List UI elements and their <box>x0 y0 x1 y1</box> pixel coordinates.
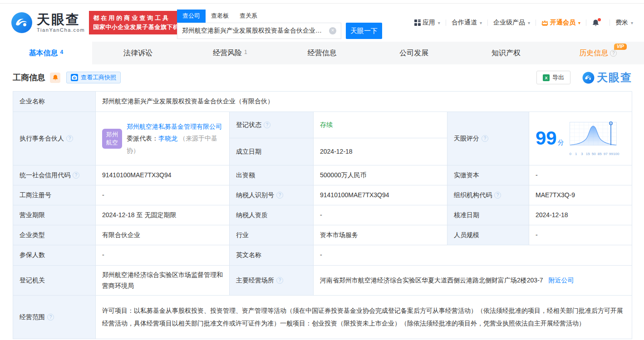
clear-search-icon[interactable]: × <box>329 27 336 34</box>
help-icon[interactable]: ? <box>276 192 283 199</box>
score-distribution-chart: 0 1 3 15 50 85 97 99 100 <box>570 121 617 156</box>
taxpayer-quality-label: 纳税人资质 <box>230 205 314 225</box>
insured-value: - <box>96 245 230 266</box>
top-nav: 应用▾ 合作通道▾ 企业级产品▾ 开通会员▾ 费米▾ <box>414 19 633 27</box>
company-type-value: 有限合伙企业 <box>96 225 230 245</box>
business-scope-value: 许可项目：以私募基金从事股权投资、投资管理、资产管理等活动（须在中国证券投资基金… <box>96 296 632 339</box>
help-icon[interactable]: ? <box>494 192 501 199</box>
approval-date-label: 核准日期 <box>447 205 529 225</box>
table-row: 统一社会信用代码? 91410100MAE7TX3Q94 出资额 500000万… <box>13 165 632 185</box>
tab-business-risk[interactable]: 经营风险1 <box>184 42 276 64</box>
insured-label: 参保人数 <box>13 245 96 266</box>
staff-size-label: 人员规模 <box>447 225 529 245</box>
partner-avatar: 郑州 航空 <box>102 129 122 149</box>
tab-intellectual-property[interactable]: 知识产权 <box>460 42 552 64</box>
notifications-bell[interactable] <box>592 19 600 27</box>
camera-icon <box>71 74 78 81</box>
reg-authority-value: 郑州航空港经济综合实验区市场监督管理和营商环境局 <box>96 266 230 296</box>
credit-code-label: 统一社会信用代码? <box>13 165 96 185</box>
business-site-label: 主要经营场所? <box>230 266 314 296</box>
search-input[interactable]: 郑州航空港新兴产业发展股权投资基金合伙企业（有限 × <box>177 23 341 39</box>
search-tab-relation[interactable]: 查关系 <box>234 10 263 23</box>
view-snapshot-button[interactable]: 查看工商快照 <box>66 72 121 83</box>
nav-user[interactable]: 费米▾ <box>615 19 633 27</box>
business-scope-label: 经营范围? <box>13 296 96 339</box>
help-icon[interactable]: ? <box>264 121 270 128</box>
tab-legal-litigation[interactable]: 法律诉讼 <box>92 42 184 64</box>
english-name-value: - <box>314 245 632 266</box>
nearby-companies-link[interactable]: 附近公司 <box>548 277 574 284</box>
excel-icon: X <box>543 74 550 81</box>
svg-text:X: X <box>545 76 547 80</box>
slogan-line1: 都在用的商业查询工具 <box>93 14 185 23</box>
tianyancha-watermark-icon <box>582 72 595 84</box>
table-row: 营业期限 2024-12-18 至 无固定期限 纳税人资质 - 核准日期 202… <box>13 205 632 225</box>
reg-status-label: 登记状态? <box>230 112 314 138</box>
vip-badge: VIP <box>614 44 627 50</box>
table-row: 企业名称 郑州航空港新兴产业发展股权投资基金合伙企业（有限合伙） <box>13 92 632 112</box>
section-title: 工商信息 <box>13 72 45 83</box>
credit-code-value: 91410100MAE7TX3Q94 <box>96 165 230 185</box>
tianyancha-logo[interactable]: 天眼查 TianYanCha.com <box>11 12 85 34</box>
help-icon[interactable]: ? <box>482 135 488 142</box>
taxpayer-id-value: 91410100MAE7TX3Q94 <box>314 185 447 205</box>
score-value-cell: 99分 <box>529 112 632 165</box>
help-icon[interactable]: ? <box>73 172 79 179</box>
company-name-label: 企业名称 <box>13 92 96 112</box>
tab-basic-info[interactable]: 基本信息4 <box>0 42 92 64</box>
help-icon[interactable]: ? <box>66 135 73 142</box>
company-type-label: 企业类型 <box>13 225 96 245</box>
export-button[interactable]: X 导出 <box>536 71 570 84</box>
contribution-label: 出资额 <box>230 165 314 185</box>
paid-capital-label: 实缴资本 <box>447 165 529 185</box>
section-header: 工商信息 查看工商快照 X 导出 <box>0 64 644 90</box>
help-icon[interactable]: ? <box>47 314 54 321</box>
contribution-value: 500000万人民币 <box>314 165 447 185</box>
score-label: 天眼评分? <box>447 112 529 165</box>
subscribe-bell-button[interactable] <box>50 73 60 83</box>
tab-company-development[interactable]: 公司发展 <box>368 42 460 64</box>
representative-link[interactable]: 李晓龙 <box>158 135 177 142</box>
tab-business-info[interactable]: 经营信息 <box>276 42 368 64</box>
org-code-label: 组织机构代码? <box>447 185 529 205</box>
nav-partnership[interactable]: 合作通道▾ <box>452 19 482 27</box>
nav-divider <box>446 19 446 26</box>
reg-status-value: 存续 <box>314 112 447 138</box>
nav-divider <box>586 19 586 26</box>
help-icon[interactable]: ? <box>610 50 617 57</box>
search-tab-boss[interactable]: 查老板 <box>206 10 234 23</box>
bell-icon <box>52 74 59 81</box>
brand-name: 天眼查 <box>37 13 85 26</box>
paid-capital-value: - <box>529 165 632 185</box>
help-icon[interactable]: ? <box>276 277 283 284</box>
chevron-down-icon: ▾ <box>438 20 440 25</box>
company-name-value: 郑州航空港新兴产业发展股权投资基金合伙企业（有限合伙） <box>96 92 632 112</box>
tab-count: 1 <box>244 49 247 55</box>
establish-date-value: 2024-12-18 <box>314 138 447 165</box>
slogan-line2: 国家中小企业发展子基金旗下机构 <box>93 23 185 32</box>
reg-number-value: - <box>96 185 230 205</box>
watermark-brand-text: 天眼查 <box>597 70 632 85</box>
header: 天眼查 TianYanCha.com 都在用的商业查询工具 国家中小企业发展子基… <box>0 4 644 42</box>
nav-open-vip[interactable]: 开通会员▾ <box>541 19 580 27</box>
tab-history-info[interactable]: VIP 历史信息? <box>552 42 644 64</box>
taxpayer-quality-value: - <box>314 205 447 225</box>
partner-label: 执行事务合伙人? <box>13 112 96 165</box>
reg-authority-label: 登记机关 <box>13 266 96 296</box>
search-tab-company[interactable]: 查公司 <box>177 10 206 23</box>
score-chart-ticks: 0 1 3 15 50 85 97 99 100 <box>570 151 617 156</box>
crown-icon <box>541 20 548 26</box>
search-button[interactable]: 天眼一下 <box>346 23 382 39</box>
nav-apps[interactable]: 应用▾ <box>414 19 440 27</box>
table-row: 经营范围? 许可项目：以私募基金从事股权投资、投资管理、资产管理等活动（须在中国… <box>13 296 632 339</box>
table-row: 执行事务合伙人? 郑州 航空 郑州航空港私募基金管理有限公司 委派代表：李晓龙 … <box>13 112 632 138</box>
partner-company-link[interactable]: 郑州航空港私募基金管理有限公司 <box>127 123 222 130</box>
table-row: 参保人数 - 英文名称 - <box>13 245 632 266</box>
slogan-badge: 都在用的商业查询工具 国家中小企业发展子基金旗下机构 <box>89 11 189 34</box>
page-top-divider <box>0 0 644 4</box>
approval-date-value: 2024-12-18 <box>529 205 632 225</box>
chevron-down-icon: ▾ <box>528 20 530 25</box>
business-term-value: 2024-12-18 至 无固定期限 <box>96 205 230 225</box>
english-name-label: 英文名称 <box>230 245 314 266</box>
nav-enterprise-products[interactable]: 企业级产品▾ <box>493 19 530 27</box>
